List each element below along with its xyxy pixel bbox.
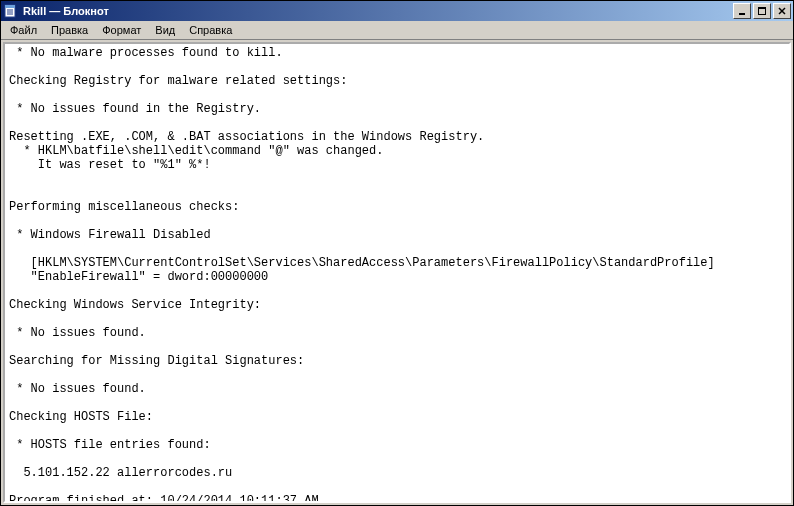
close-button[interactable] [773,3,791,19]
svg-rect-5 [739,13,745,15]
titlebar[interactable]: Rkill — Блокнот [1,1,793,21]
menu-edit[interactable]: Правка [44,23,95,37]
client-area: * No malware processes found to kill. Ch… [1,40,793,505]
menu-format[interactable]: Формат [95,23,148,37]
svg-rect-7 [758,7,766,9]
maximize-button[interactable] [753,3,771,19]
minimize-button[interactable] [733,3,751,19]
svg-rect-1 [5,5,15,8]
window-frame: Rkill — Блокнот Файл Правка Формат Вид С… [0,0,794,506]
window-title: Rkill — Блокнот [23,5,731,17]
editor-frame: * No malware processes found to kill. Ch… [3,42,791,503]
menu-help[interactable]: Справка [182,23,239,37]
menubar: Файл Правка Формат Вид Справка [1,21,793,40]
text-editor[interactable]: * No malware processes found to kill. Ch… [5,44,789,501]
menu-view[interactable]: Вид [148,23,182,37]
menu-file[interactable]: Файл [3,23,44,37]
notepad-icon [3,3,19,19]
